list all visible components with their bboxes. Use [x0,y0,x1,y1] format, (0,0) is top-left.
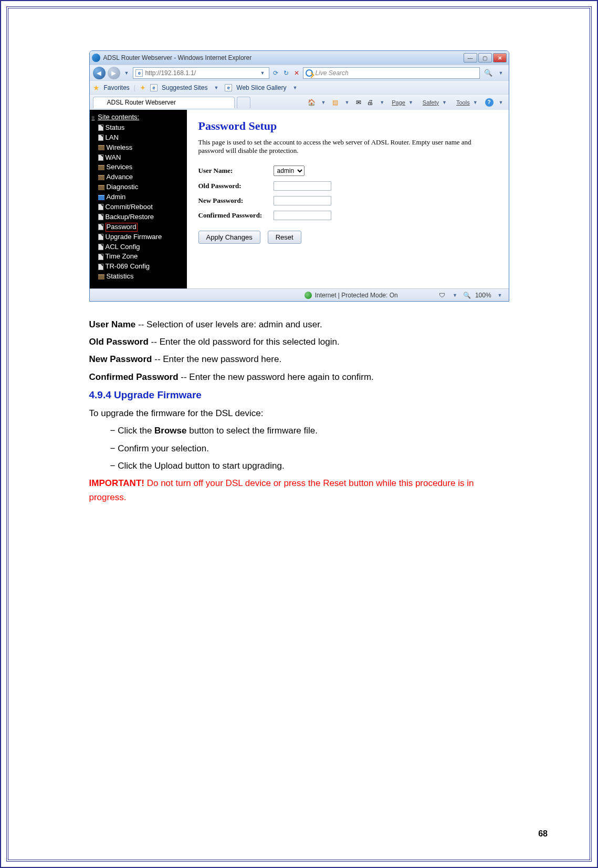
feeds-drop-icon[interactable]: ▼ [342,100,351,105]
nav-sidebar: ≡Site contents: Status LAN Wireless WAN … [90,110,187,288]
compat-view-icon[interactable]: ⟳ [271,69,280,77]
protected-mode-drop-icon[interactable]: ▼ [450,293,459,298]
step-2: − Confirm your selection. [89,441,509,456]
favicon-icon: e [135,69,143,77]
important-note: IMPORTANT! Do not turn off your DSL devi… [89,476,509,504]
def-username-term: User Name [89,319,136,329]
favorites-bar: ★ Favorites | ✦ e Suggested Sites ▼ e We… [90,80,509,94]
document-body: User Name -- Selection of user levels ar… [89,317,509,504]
search-dropdown-icon[interactable]: ▼ [497,70,506,76]
zoom-level: 100% [475,292,491,299]
ie-icon [92,54,100,62]
zoom-drop-icon[interactable]: ▼ [496,293,505,298]
tab-title: ADSL Router Webserver [107,99,176,106]
zoom-icon[interactable]: 🔍 [464,292,471,299]
nav-upgrade-firmware[interactable]: Upgrade Firmware [98,232,185,242]
address-text: http://192.168.1.1/ [145,69,256,77]
nav-acl-config[interactable]: ACL Config [98,242,185,252]
print-drop-icon[interactable]: ▼ [377,100,386,105]
page-menu[interactable]: Page▼ [390,97,417,108]
status-bar: Internet | Protected Mode: On 🛡▼ 🔍 100% … [90,288,509,301]
home-drop-icon[interactable]: ▼ [319,100,328,105]
old-password-label: Old Password: [198,182,269,190]
print-icon[interactable]: 🖨 [366,98,374,107]
mail-icon[interactable]: ✉ [354,98,363,107]
reset-button[interactable]: Reset [268,231,301,244]
tab-row: ADSL Router Webserver 🏠▼ ▤▼ ✉ 🖨▼ Page▼ S… [90,94,509,110]
def-username-desc: -- Selection of user levels are: admin a… [135,319,322,329]
sidebar-root: Site contents: [98,113,139,122]
browser-tab[interactable]: ADSL Router Webserver [93,97,235,108]
new-tab-button[interactable] [237,97,250,108]
star-icon[interactable]: ★ [93,84,100,92]
apply-changes-button[interactable]: Apply Changes [198,231,260,244]
step-3: − Click the Upload button to start upgra… [89,459,509,473]
nav-diagnostic[interactable]: Diagnostic [98,182,185,192]
nav-status[interactable]: Status [98,123,185,133]
favorites-label[interactable]: Favorites [104,84,130,91]
tab-favicon-icon [98,99,105,106]
page-number: 68 [538,829,548,839]
search-placeholder: Live Search [315,69,477,77]
safety-menu[interactable]: Safety▼ [421,97,451,108]
nav-tr069[interactable]: TR-069 Config [98,262,185,272]
def-confpass-desc: -- Enter the new password here again to … [179,372,374,382]
upgrade-intro: To upgrade the firmware for the DSL devi… [89,406,509,420]
nav-wan[interactable]: WAN [98,153,185,163]
def-newpass-desc: -- Enter the new password here. [152,354,282,364]
old-password-input[interactable] [274,181,331,191]
confirmed-password-input[interactable] [274,211,331,220]
close-button[interactable]: ✕ [493,53,507,63]
live-search-icon [306,69,313,77]
nav-statistics[interactable]: Statistics [98,272,185,282]
window-title: ADSL Router Webserver - Windows Internet… [103,54,463,61]
nav-backup-restore[interactable]: Backup/Restore [98,212,185,222]
def-confpass-term: Confirmed Password [89,372,179,382]
help-icon[interactable]: ? [485,98,494,107]
search-go-icon[interactable]: 🔍 [482,69,495,77]
new-password-input[interactable] [274,196,331,205]
add-fav-icon[interactable]: ✦ [140,84,146,92]
status-text: Internet | Protected Mode: On [315,292,398,299]
nav-admin[interactable]: Admin [98,192,185,202]
back-button[interactable]: ◄ [93,67,106,79]
zone-icon [305,292,312,299]
address-dropdown-icon[interactable]: ▼ [258,70,267,76]
nav-password[interactable]: Password [98,222,185,232]
def-newpass-term: New Password [89,354,152,364]
suggested-sites-link[interactable]: Suggested Sites [162,84,207,91]
username-select[interactable]: admin [274,166,305,176]
minimize-button[interactable]: — [464,53,477,63]
new-password-label: New Password: [198,197,269,205]
nav-services[interactable]: Services [98,162,185,172]
web-slice-favicon-icon: e [225,84,232,91]
nav-commit-reboot[interactable]: Commit/Reboot [98,202,185,212]
stop-icon[interactable]: ✕ [292,69,301,77]
maximize-button[interactable]: ▢ [478,53,492,63]
def-oldpass-desc: -- Enter the old password for this selec… [149,337,340,347]
nav-dropdown-icon[interactable]: ▼ [122,70,131,76]
suggested-sites-drop-icon[interactable]: ▼ [212,85,221,90]
forward-button[interactable]: ► [108,67,120,79]
page-description: This page is used to set the account to … [198,138,497,155]
def-oldpass-term: Old Password [89,337,149,347]
address-bar[interactable]: e http://192.168.1.1/ ▼ [133,67,269,79]
refresh-icon[interactable]: ↻ [282,69,290,77]
ie-window: ADSL Router Webserver - Windows Internet… [89,50,509,302]
help-drop-icon[interactable]: ▼ [497,100,506,105]
nav-wireless[interactable]: Wireless [98,143,185,153]
confirmed-password-label: Confirmed Password: [198,211,269,220]
nav-advance[interactable]: Advance [98,172,185,182]
web-slice-link[interactable]: Web Slice Gallery [236,84,286,91]
protected-mode-icon[interactable]: 🛡 [438,291,446,299]
feeds-icon[interactable]: ▤ [331,98,339,107]
username-label: User Name: [198,167,269,175]
tools-menu[interactable]: Tools▼ [454,97,482,108]
section-heading: 4.9.4 Upgrade Firmware [89,387,509,403]
nav-time-zone[interactable]: Time Zone [98,252,185,262]
search-bar[interactable]: Live Search [303,67,479,79]
home-icon[interactable]: 🏠 [307,98,316,107]
nav-lan[interactable]: LAN [98,133,185,143]
web-slice-drop-icon[interactable]: ▼ [290,85,299,90]
nav-row: ◄ ► ▼ e http://192.168.1.1/ ▼ ⟳ ↻ ✕ Live… [90,65,509,80]
